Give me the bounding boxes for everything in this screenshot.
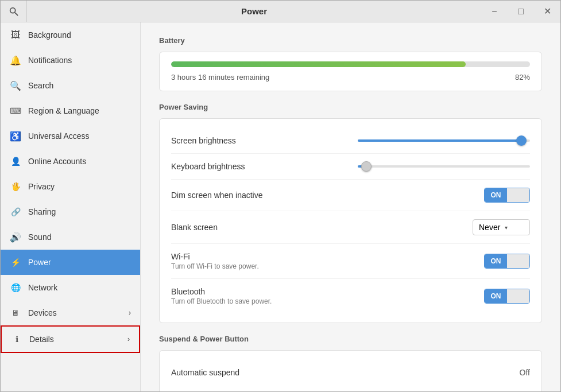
universal-access-icon: ♿ (10, 130, 21, 142)
sidebar-item-search[interactable]: 🔍 Search (1, 73, 140, 98)
search-nav-icon: 🔍 (10, 80, 21, 91)
bluetooth-control[interactable]: ON (484, 289, 530, 304)
blank-screen-label-group: Blank screen (171, 223, 473, 232)
dim-screen-toggle-off[interactable] (507, 188, 529, 202)
wifi-toggle-on[interactable]: ON (485, 254, 507, 268)
sidebar-label-online-accounts: Online Accounts (28, 157, 86, 166)
sidebar-item-sound[interactable]: 🔊 Sound (1, 224, 140, 250)
keyboard-brightness-label-group: Keyboard brightness (171, 162, 358, 171)
sidebar-item-background[interactable]: 🖼 Background (1, 22, 140, 48)
sidebar-item-network[interactable]: 🌐 Network (1, 275, 140, 300)
content-area: 🖼 Background 🔔 Notifications 🔍 Search ⌨ … (1, 22, 560, 391)
screen-brightness-thumb[interactable] (516, 135, 527, 146)
bluetooth-toggle[interactable]: ON (484, 289, 530, 304)
region-icon: ⌨ (10, 105, 21, 117)
sidebar-label-details: Details (29, 335, 54, 344)
details-chevron-icon: › (127, 335, 130, 343)
screen-brightness-label-group: Screen brightness (171, 136, 358, 145)
dim-screen-label-group: Dim screen when inactive (171, 191, 484, 200)
screen-brightness-control[interactable] (358, 139, 530, 142)
titlebar: Power − □ ✕ (1, 1, 560, 22)
bluetooth-label-group: Bluetooth Turn off Bluetooth to save pow… (171, 287, 484, 305)
devices-chevron-icon: › (129, 309, 131, 317)
dim-screen-control[interactable]: ON (484, 188, 530, 203)
sidebar-item-online-accounts[interactable]: 👤 Online Accounts (1, 149, 140, 174)
wifi-toggle-off[interactable] (507, 254, 529, 268)
sidebar-item-privacy[interactable]: 🖐 Privacy (1, 174, 140, 199)
battery-bar-container (171, 61, 530, 67)
wifi-toggle[interactable]: ON (484, 254, 530, 269)
sidebar-item-power[interactable]: ⚡ Power (1, 250, 140, 275)
sidebar-item-universal-access[interactable]: ♿ Universal Access (1, 123, 140, 149)
sidebar-label-universal-access: Universal Access (28, 131, 90, 141)
main-content: Battery 3 hours 16 minutes remaining 82%… (141, 22, 560, 391)
battery-card: 3 hours 16 minutes remaining 82% (159, 52, 542, 91)
window-title: Power (27, 6, 481, 16)
screen-brightness-row: Screen brightness (171, 128, 530, 154)
online-accounts-icon: 👤 (10, 156, 21, 167)
bluetooth-row: Bluetooth Turn off Bluetooth to save pow… (171, 279, 530, 313)
dim-screen-toggle-on[interactable]: ON (485, 188, 507, 202)
sidebar-label-power: Power (28, 258, 51, 267)
dim-screen-toggle[interactable]: ON (484, 188, 530, 203)
bluetooth-label: Bluetooth (171, 287, 484, 296)
sidebar-label-network: Network (28, 283, 57, 292)
screen-brightness-slider[interactable] (358, 139, 530, 142)
blank-screen-dropdown-arrow: ▾ (505, 224, 508, 231)
battery-percent: 82% (515, 73, 530, 81)
sidebar-label-privacy: Privacy (28, 182, 55, 191)
sidebar-label-devices: Devices (28, 308, 57, 317)
sidebar-label-region: Region & Language (28, 106, 99, 115)
keyboard-brightness-thumb[interactable] (361, 161, 372, 172)
minimize-button[interactable]: − (481, 1, 508, 22)
search-icon (9, 6, 19, 17)
maximize-button[interactable]: □ (508, 1, 534, 22)
search-button[interactable] (1, 1, 27, 22)
battery-time-remaining: 3 hours 16 minutes remaining (171, 73, 269, 81)
power-saving-card: Screen brightness Keyboard (159, 118, 542, 323)
sidebar-item-sharing[interactable]: 🔗 Sharing (1, 199, 140, 224)
screen-brightness-track (358, 139, 530, 142)
window-controls: − □ ✕ (481, 1, 560, 22)
keyboard-brightness-slider[interactable] (358, 165, 530, 168)
wifi-sublabel: Turn off Wi-Fi to save power. (171, 262, 484, 270)
auto-suspend-label-group: Automatic suspend (171, 368, 520, 377)
dim-screen-label: Dim screen when inactive (171, 191, 484, 200)
blank-screen-dropdown[interactable]: Never ▾ (473, 219, 530, 235)
keyboard-brightness-row: Keyboard brightness (171, 154, 530, 180)
auto-suspend-label: Automatic suspend (171, 368, 520, 377)
sidebar-item-notifications[interactable]: 🔔 Notifications (1, 48, 140, 73)
settings-window: Power − □ ✕ 🖼 Background 🔔 Notifications… (0, 0, 561, 392)
devices-icon: 🖥 (10, 307, 21, 319)
privacy-icon: 🖐 (10, 181, 21, 192)
battery-section-title: Battery (159, 36, 542, 45)
sidebar-item-details[interactable]: ℹ Details › (1, 325, 140, 353)
bluetooth-sublabel: Turn off Bluetooth to save power. (171, 297, 484, 305)
bluetooth-toggle-off[interactable] (507, 289, 529, 303)
close-button[interactable]: ✕ (534, 1, 560, 22)
sidebar-item-region[interactable]: ⌨ Region & Language (1, 98, 140, 123)
blank-screen-value: Never (479, 223, 500, 232)
notifications-icon: 🔔 (10, 55, 21, 66)
bluetooth-toggle-on[interactable]: ON (485, 289, 507, 303)
network-icon: 🌐 (10, 282, 21, 293)
sidebar-label-notifications: Notifications (28, 56, 72, 65)
sidebar-item-devices[interactable]: 🖥 Devices › (1, 300, 140, 325)
auto-suspend-row: Automatic suspend Off (171, 360, 530, 385)
keyboard-brightness-control[interactable] (358, 165, 530, 168)
battery-info: 3 hours 16 minutes remaining 82% (171, 73, 530, 81)
sidebar-label-background: Background (28, 30, 71, 40)
sidebar: 🖼 Background 🔔 Notifications 🔍 Search ⌨ … (1, 22, 141, 391)
blank-screen-row: Blank screen Never ▾ (171, 211, 530, 244)
blank-screen-control[interactable]: Never ▾ (473, 219, 530, 235)
svg-point-0 (10, 7, 15, 13)
power-saving-title: Power Saving (159, 103, 542, 111)
wifi-control[interactable]: ON (484, 254, 530, 269)
auto-suspend-control: Off (520, 368, 530, 377)
power-icon: ⚡ (10, 257, 21, 268)
auto-suspend-value: Off (520, 368, 530, 377)
screen-brightness-label: Screen brightness (171, 136, 358, 145)
sidebar-label-sharing: Sharing (28, 207, 56, 216)
sidebar-label-sound: Sound (28, 232, 51, 242)
dim-screen-row: Dim screen when inactive ON (171, 180, 530, 211)
